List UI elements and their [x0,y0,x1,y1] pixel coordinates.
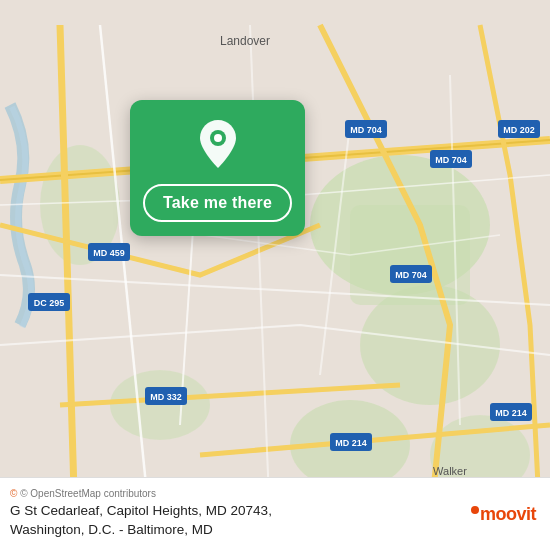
info-left: © © OpenStreetMap contributors G St Ceda… [10,488,272,540]
address-text: G St Cedarleaf, Capitol Heights, MD 2074… [10,502,272,540]
svg-text:MD 214: MD 214 [495,408,527,418]
address-line2: Washington, D.C. - Baltimore, MD [10,522,213,537]
svg-text:DC 295: DC 295 [34,298,65,308]
location-card: Take me there [130,100,305,236]
copyright-text: © © OpenStreetMap contributors [10,488,272,499]
svg-text:MD 332: MD 332 [150,392,182,402]
svg-text:MD 214: MD 214 [335,438,367,448]
address-line1: G St Cedarleaf, Capitol Heights, MD 2074… [10,503,272,518]
map-pin-icon [196,118,240,170]
svg-text:MD 202: MD 202 [503,125,535,135]
take-me-there-button[interactable]: Take me there [143,184,292,222]
map-container: US 50 DC 295 MD 459 MD 704 MD 704 MD 704… [0,0,550,550]
svg-text:MD 704: MD 704 [435,155,467,165]
openstreetmap-link[interactable]: © [10,488,17,499]
info-bar: © © OpenStreetMap contributors G St Ceda… [0,477,550,550]
svg-point-32 [214,134,222,142]
svg-text:Walker: Walker [433,465,467,477]
moovit-logo-text: moovit [480,504,536,525]
copyright-label: © OpenStreetMap contributors [20,488,156,499]
map-background: US 50 DC 295 MD 459 MD 704 MD 704 MD 704… [0,0,550,550]
svg-rect-5 [350,205,470,305]
svg-text:MD 704: MD 704 [395,270,427,280]
svg-text:Landover: Landover [220,34,270,48]
svg-text:MD 459: MD 459 [93,248,125,258]
moovit-logo: moovit [471,504,536,525]
svg-text:MD 704: MD 704 [350,125,382,135]
moovit-logo-dot [471,506,479,514]
pin-icon-wrapper [196,118,240,174]
